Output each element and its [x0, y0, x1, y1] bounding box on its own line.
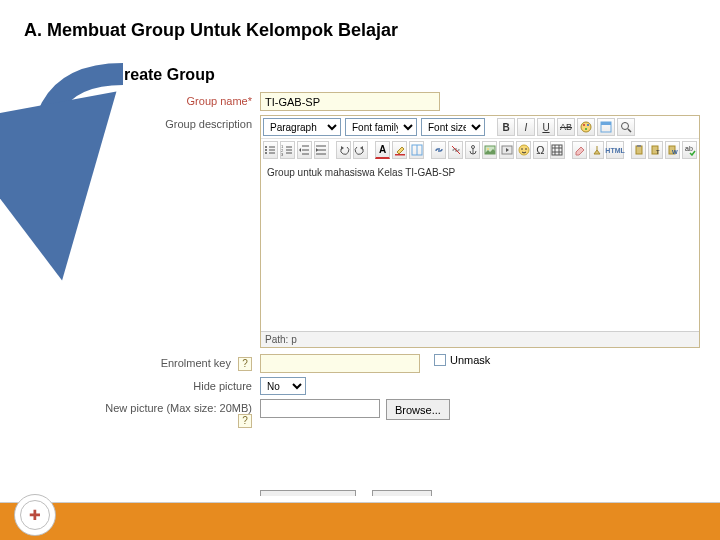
media-icon[interactable] — [499, 141, 514, 159]
html-icon[interactable]: HTML — [606, 141, 624, 159]
footer-bar — [0, 496, 720, 540]
unmask-wrap: Unmask — [434, 354, 490, 366]
label-hide-picture: Hide picture — [104, 377, 260, 392]
bold-icon[interactable]: B — [497, 118, 515, 136]
svg-point-37 — [525, 148, 527, 150]
rich-text-editor: Paragraph Font family Font size B I U AB — [260, 115, 700, 348]
svg-point-6 — [622, 123, 629, 130]
editor-toolbar-2: 123 A Ω — [261, 138, 699, 161]
unlink-icon[interactable] — [448, 141, 463, 159]
svg-point-10 — [265, 149, 267, 151]
enrolment-key-input[interactable] — [260, 354, 420, 373]
help-icon[interactable]: ? — [238, 357, 252, 371]
outdent-icon[interactable] — [297, 141, 312, 159]
svg-point-33 — [487, 148, 489, 150]
paragraph-select[interactable]: Paragraph — [263, 118, 341, 136]
spellcheck-icon[interactable]: ab — [682, 141, 697, 159]
svg-point-36 — [521, 148, 523, 150]
clean-icon[interactable] — [589, 141, 604, 159]
svg-point-12 — [265, 152, 267, 154]
paste-word-icon[interactable]: W — [665, 141, 680, 159]
anchor-icon[interactable] — [465, 141, 480, 159]
svg-rect-38 — [552, 145, 562, 155]
svg-text:W: W — [672, 149, 678, 155]
unmask-checkbox[interactable] — [434, 354, 446, 366]
label-new-picture: New picture (Max size: 20MB) ? — [104, 399, 260, 428]
editor-path: Path: p — [261, 331, 699, 347]
institution-seal-icon: ✚ — [14, 494, 56, 536]
image-icon[interactable] — [482, 141, 497, 159]
svg-rect-5 — [601, 122, 611, 125]
bg-color-icon[interactable] — [392, 141, 407, 159]
editor-toolbar-1: Paragraph Font family Font size B I U AB — [261, 116, 699, 138]
svg-rect-44 — [637, 145, 641, 147]
unmask-label: Unmask — [450, 354, 490, 366]
picture-path-input[interactable] — [260, 399, 380, 418]
svg-text:T: T — [656, 149, 660, 155]
svg-rect-26 — [395, 154, 405, 156]
numbered-list-icon[interactable]: 123 — [280, 141, 295, 159]
svg-point-3 — [585, 128, 587, 130]
palette-icon[interactable] — [577, 118, 595, 136]
underline-icon[interactable]: U — [537, 118, 555, 136]
browse-button[interactable]: Browse... — [386, 399, 450, 420]
eraser-icon[interactable] — [572, 141, 587, 159]
help-icon[interactable]: ? — [238, 414, 252, 428]
smiley-icon[interactable] — [516, 141, 531, 159]
undo-icon[interactable] — [336, 141, 351, 159]
svg-text:ab: ab — [685, 145, 693, 152]
paste-icon[interactable] — [631, 141, 646, 159]
table-icon[interactable] — [550, 141, 565, 159]
layout-icon[interactable] — [409, 141, 424, 159]
search-icon[interactable] — [617, 118, 635, 136]
link-icon[interactable] — [431, 141, 446, 159]
svg-text:3: 3 — [281, 152, 284, 156]
svg-line-7 — [628, 129, 631, 132]
svg-point-0 — [581, 122, 591, 132]
group-name-input[interactable] — [260, 92, 440, 111]
editor-content-area[interactable]: Group untuk mahasiswa Kelas TI-GAB-SP — [261, 161, 699, 331]
section-heading: A. Membuat Group Untuk Kelompok Belajar — [24, 20, 398, 41]
strike-icon[interactable]: AB — [557, 118, 575, 136]
label-group-description: Group description — [104, 115, 260, 130]
paste-text-icon[interactable]: T — [648, 141, 663, 159]
hide-picture-select[interactable]: No — [260, 377, 306, 395]
label-group-name: Group name* — [104, 92, 260, 107]
font-size-select[interactable]: Font size — [421, 118, 485, 136]
italic-icon[interactable]: I — [517, 118, 535, 136]
fullscreen-icon[interactable] — [597, 118, 615, 136]
char-icon[interactable]: Ω — [533, 141, 548, 159]
svg-point-8 — [265, 146, 267, 148]
svg-rect-43 — [636, 146, 642, 154]
bullet-list-icon[interactable] — [263, 141, 278, 159]
indent-icon[interactable] — [314, 141, 329, 159]
text-color-icon[interactable]: A — [375, 141, 390, 159]
label-enrolment-key: Enrolment key ? — [104, 354, 260, 371]
redo-icon[interactable] — [353, 141, 368, 159]
font-family-select[interactable]: Font family — [345, 118, 417, 136]
svg-point-1 — [583, 124, 585, 126]
svg-point-2 — [587, 124, 589, 126]
create-group-form: Group name* Group description Paragraph … — [104, 92, 706, 432]
